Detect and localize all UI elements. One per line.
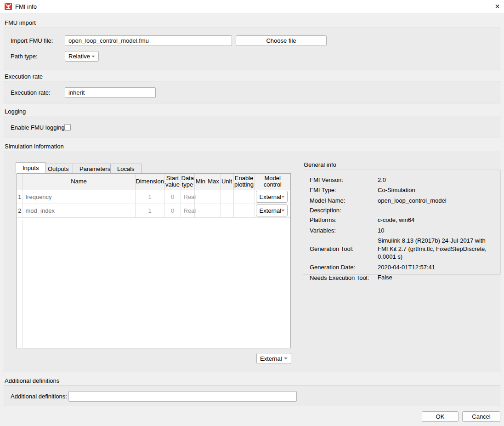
simulation-section-label: Simulation information: [5, 143, 64, 150]
cell-max[interactable]: [207, 190, 220, 204]
info-value: Simulink 8.13 (R2017b) 24-Jul-2017 with …: [378, 237, 500, 261]
row-number: 2: [17, 204, 23, 217]
info-label: FMI Type:: [310, 187, 378, 193]
col-header-model-control[interactable]: Model control: [255, 174, 290, 190]
info-label: Variables:: [310, 227, 378, 234]
general-info-row: Generation Date: 2020-04-01T12:57:41: [310, 262, 500, 273]
bulk-model-control-value: External: [260, 355, 282, 362]
col-header-max[interactable]: Max: [207, 174, 220, 190]
info-value: open_loop_control_model: [378, 197, 500, 205]
additional-definitions-input[interactable]: [68, 391, 297, 402]
tab-inputs[interactable]: Inputs: [16, 162, 45, 173]
fmu-import-groupbox: Import FMU file: Choose file Path type: …: [4, 28, 500, 70]
simulation-groupbox: Inputs Outputs Parameters Locals Name Di…: [4, 151, 500, 372]
cell-name[interactable]: mod_index: [23, 204, 135, 217]
cell-model-control: External: [255, 190, 290, 204]
additional-definitions-label: Additional definitions:: [11, 391, 67, 402]
cell-min[interactable]: [194, 204, 207, 217]
chevron-down-icon: [281, 210, 285, 211]
general-info-section-label: General info: [304, 161, 336, 168]
execution-rate-input[interactable]: [65, 87, 156, 98]
enable-fmu-logging-checkbox[interactable]: [64, 124, 71, 131]
model-control-value: External: [260, 207, 282, 214]
path-type-label: Path type:: [11, 51, 38, 62]
general-info-row: Description:: [310, 206, 500, 215]
col-header-name[interactable]: Name: [23, 174, 135, 190]
fmi-info-dialog: FMI info ✕ FMU import Import FMU file: C…: [0, 0, 504, 426]
cell-data-type[interactable]: Real: [181, 190, 194, 204]
cell-enable-plotting[interactable]: [233, 190, 255, 204]
window-title: FMI info: [15, 3, 37, 10]
cell-enable-plotting[interactable]: [233, 204, 255, 217]
import-fmu-file-input[interactable]: [65, 35, 232, 46]
model-control-value: External: [260, 193, 282, 200]
col-header-start-value[interactable]: Start value: [164, 174, 181, 190]
rownum-header: [17, 174, 23, 190]
info-value: c-code, win64: [378, 216, 500, 224]
col-header-data-type[interactable]: Data type: [181, 174, 194, 190]
cell-data-type[interactable]: Real: [181, 204, 194, 217]
general-info-row: Generation Tool: Simulink 8.13 (R2017b) …: [310, 236, 500, 262]
info-value: 10: [378, 227, 500, 235]
info-value: False: [378, 273, 500, 282]
cell-max[interactable]: [207, 204, 220, 217]
cell-start-value[interactable]: 0: [164, 190, 181, 204]
inputs-table: Name Dimension Start value Data type Min…: [17, 173, 291, 348]
chevron-down-icon: [281, 196, 285, 198]
info-value: Co-Simulation: [378, 186, 500, 194]
general-info-row: Model Name: open_loop_control_model: [310, 195, 500, 206]
logging-groupbox: Enable FMU logging:: [4, 116, 500, 137]
additional-definitions-groupbox: Additional definitions:: [4, 385, 500, 406]
general-info-row: Needs Execution Tool: False: [310, 273, 500, 283]
execution-rate-label: Execution rate:: [11, 87, 51, 98]
cell-unit[interactable]: [220, 190, 233, 204]
fmi-app-icon: [5, 3, 12, 10]
info-label: Needs Execution Tool:: [310, 274, 378, 281]
choose-file-button[interactable]: Choose file: [236, 35, 327, 46]
general-info-row: Platforms: c-code, win64: [310, 215, 500, 226]
table-row: 1 frequency 1 0 Real External: [17, 190, 290, 204]
cell-unit[interactable]: [220, 204, 233, 217]
col-header-unit[interactable]: Unit: [220, 174, 233, 190]
info-label: Description:: [310, 207, 378, 214]
chevron-down-icon: [284, 358, 288, 359]
title-bar: FMI info ✕: [0, 0, 504, 13]
col-header-min[interactable]: Min: [194, 174, 207, 190]
row-number: 1: [17, 190, 23, 204]
col-header-enable-plotting[interactable]: Enable plotting: [233, 174, 255, 190]
general-info-row: FMI Type: Co-Simulation: [310, 185, 500, 196]
info-label: Model Name:: [310, 197, 378, 204]
bulk-model-control-dropdown[interactable]: External: [256, 353, 291, 364]
info-label: FMI Verison:: [310, 176, 378, 183]
additional-definitions-section-label: Additional definitions: [5, 377, 59, 384]
cancel-button[interactable]: Cancel: [462, 411, 500, 422]
info-label: Generation Date:: [310, 264, 378, 271]
logging-section-label: Logging: [5, 108, 26, 115]
path-type-dropdown[interactable]: Relative: [65, 51, 99, 62]
info-label: Generation Tool:: [310, 245, 378, 252]
execution-rate-section-label: Execution rate: [5, 73, 43, 80]
ok-button[interactable]: OK: [422, 411, 459, 422]
model-control-dropdown[interactable]: External: [256, 191, 288, 203]
general-info-row: Variables: 10: [310, 225, 500, 236]
info-label: Platforms:: [310, 216, 378, 223]
cell-name[interactable]: frequency: [23, 190, 135, 204]
general-info-panel: FMI Verison: 2.0 FMI Type: Co-Simulation…: [303, 170, 501, 275]
tab-outputs[interactable]: Outputs: [41, 164, 76, 173]
enable-fmu-logging-label: Enable FMU logging:: [11, 122, 66, 133]
cell-min[interactable]: [194, 190, 207, 204]
cell-start-value[interactable]: 0: [164, 204, 181, 217]
cell-model-control: External: [255, 204, 290, 217]
info-value: 2020-04-01T12:57:41: [378, 263, 500, 272]
col-header-dimension[interactable]: Dimension: [135, 174, 164, 190]
rownum-column-divider: [23, 220, 23, 348]
cell-dimension[interactable]: 1: [135, 204, 164, 217]
path-type-value: Relative: [68, 53, 90, 60]
cell-dimension[interactable]: 1: [135, 190, 164, 204]
import-fmu-file-label: Import FMU file:: [11, 35, 53, 46]
model-control-dropdown[interactable]: External: [256, 204, 288, 216]
execution-rate-groupbox: Execution rate:: [4, 81, 500, 103]
general-info-row: FMI Verison: 2.0: [310, 175, 500, 185]
tab-locals[interactable]: Locals: [110, 164, 142, 173]
close-icon[interactable]: ✕: [492, 1, 503, 12]
